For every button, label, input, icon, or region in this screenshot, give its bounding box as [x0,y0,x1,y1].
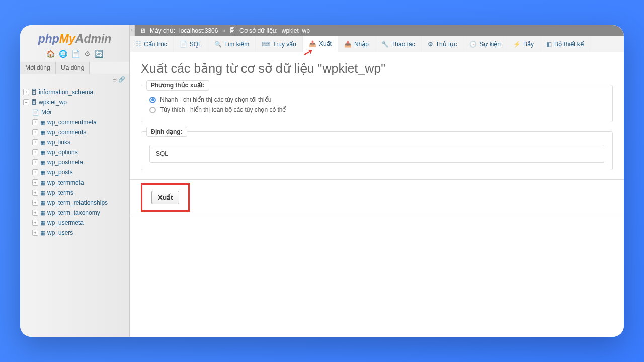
database-icon: 🗄 [229,27,235,34]
sidebar-quick-icons: 🏠 🌐 📄 ⚙ 🔄 [20,48,129,62]
tree-label[interactable]: wp_termmeta [47,179,84,186]
designer-icon: ◧ [546,41,552,48]
expand-icon[interactable]: + [32,190,38,196]
tree-db-wpkiet[interactable]: − 🗄 wpkiet_wp [23,97,126,107]
collapse-all-icon[interactable]: ⊟ [112,76,117,82]
sidebar-toggle[interactable]: ← [130,25,135,36]
nav-label: Thủ tục [436,41,457,48]
tree-label[interactable]: wp_term_relationships [47,199,108,206]
nav-label: Bộ thiết kế [554,41,584,48]
tree-db-information-schema[interactable]: + 🗄 information_schema [23,87,126,97]
tree-table[interactable]: +▦wp_links [23,137,126,147]
sidebar: phpMyAdmin 🏠 🌐 📄 ⚙ 🔄 Mới dùng Ưa dùng ⊟ … [20,25,130,337]
nav-designer[interactable]: ◧Bộ thiết kế [540,36,590,52]
radio-icon[interactable] [149,97,156,103]
expand-icon[interactable]: + [32,200,38,206]
nav-triggers[interactable]: ⚡Bẫy [507,36,540,52]
breadcrumb-server[interactable]: localhost:3306 [179,27,218,34]
nav-events[interactable]: 🕒Sự kiện [463,36,507,52]
tree-label[interactable]: wpkiet_wp [39,99,67,106]
tree-label[interactable]: wp_terms [47,189,73,196]
table-icon: ▦ [40,210,45,216]
nav-routines[interactable]: ⚙Thủ tục [422,36,464,52]
tree-table[interactable]: +▦wp_comments [23,127,126,137]
collapse-icon[interactable]: − [23,99,29,105]
nav-label: SQL [190,41,202,48]
nav-label: Xuất [319,40,332,47]
nav-query[interactable]: ⌨Truy vấn [256,36,303,52]
tree-label[interactable]: wp_commentmeta [47,119,97,126]
nav-search[interactable]: 🔍Tìm kiếm [208,36,256,52]
expand-icon[interactable]: + [32,139,38,145]
tree-new[interactable]: 📄 Mới [23,107,126,117]
tree-table[interactable]: +▦wp_posts [23,167,126,177]
table-icon: ▦ [40,149,45,156]
expand-icon[interactable]: + [32,220,38,226]
tree-table[interactable]: +▦wp_termmeta [23,177,126,188]
tree-label[interactable]: wp_usermeta [47,219,84,226]
expand-icon[interactable]: + [32,149,38,155]
nav-label: Truy vấn [273,41,296,48]
nav-structure[interactable]: ☷Cấu trúc [130,36,174,52]
expand-icon[interactable]: + [32,119,38,125]
expand-icon[interactable]: + [32,179,38,186]
expand-icon[interactable]: + [32,169,38,175]
tree-table[interactable]: +▦wp_commentmeta [23,117,126,127]
logout-icon[interactable]: 🌐 [59,50,67,58]
reload-icon[interactable]: 🔄 [95,50,103,58]
format-select[interactable]: SQL [149,145,604,163]
radio-icon[interactable] [149,107,156,113]
radio-label: Tùy thích - hiển thị toàn bộ các tùy chọ… [160,106,286,113]
radio-custom[interactable]: Tùy thích - hiển thị toàn bộ các tùy chọ… [149,105,604,115]
link-icon[interactable]: 🔗 [118,76,125,82]
tree-table[interactable]: +▦wp_options [23,147,126,157]
tree-label[interactable]: wp_comments [47,129,86,136]
home-icon[interactable]: 🏠 [46,50,55,58]
tree-table[interactable]: +▦wp_users [23,228,126,238]
expand-icon[interactable]: + [32,159,38,165]
logo-part2: My [59,32,75,45]
tree-table[interactable]: +▦wp_usermeta [23,218,126,228]
radio-quick[interactable]: Nhanh - chỉ hiển thị các tùy chọn tối th… [149,95,604,105]
tree-table[interactable]: +▦wp_term_relationships [23,198,126,208]
settings-icon[interactable]: ⚙ [84,50,91,58]
table-icon: ▦ [40,200,45,206]
tree-table[interactable]: +▦wp_term_taxonomy [23,208,126,218]
docs-icon[interactable]: 📄 [71,50,80,58]
database-icon: 🗄 [31,89,37,95]
nav-import[interactable]: 📥Nhập [338,36,375,52]
tree-label[interactable]: wp_options [47,149,78,156]
tab-recent[interactable]: Mới dùng [20,62,56,74]
tree-label[interactable]: wp_postmeta [47,159,83,166]
content-area: ➚ Xuất các bảng từ cơ sở dữ liệu "wpkiet… [130,52,624,225]
tree-label[interactable]: information_schema [39,88,93,96]
nav-label: Bẫy [523,41,534,48]
expand-icon[interactable]: + [23,89,29,95]
logo[interactable]: phpMyAdmin [20,25,129,48]
breadcrumb-database[interactable]: wpkiet_wp [282,27,310,34]
separator [130,179,624,180]
tab-favorite[interactable]: Ưa dùng [56,62,90,74]
tree-table[interactable]: +▦wp_terms [23,188,126,198]
nav-label: Cấu trúc [144,41,167,48]
tree-label[interactable]: wp_users [47,229,73,236]
tree-table[interactable]: +▦wp_postmeta [23,157,126,167]
table-icon: ▦ [40,139,45,146]
logo-part1: php [38,32,59,45]
tree-label[interactable]: wp_term_taxonomy [47,209,100,216]
tree-label[interactable]: wp_posts [47,169,73,176]
nav-label: Nhập [354,41,369,48]
export-go-button[interactable]: Xuất [151,191,179,204]
nav-sql[interactable]: 📄SQL [174,36,208,52]
tree-label[interactable]: Mới [41,109,51,116]
expand-icon[interactable]: + [32,210,38,216]
tree-label[interactable]: wp_links [47,139,70,146]
expand-icon[interactable]: + [32,230,38,236]
table-icon: ▦ [40,119,45,126]
nav-operations[interactable]: 🔧Thao tác [375,36,422,52]
export-method-legend: Phương thức xuất: [146,80,209,90]
new-icon: 📄 [32,109,39,116]
table-icon: ▦ [40,190,45,196]
logo-part3: Admin [75,32,112,45]
expand-icon[interactable]: + [32,129,38,135]
